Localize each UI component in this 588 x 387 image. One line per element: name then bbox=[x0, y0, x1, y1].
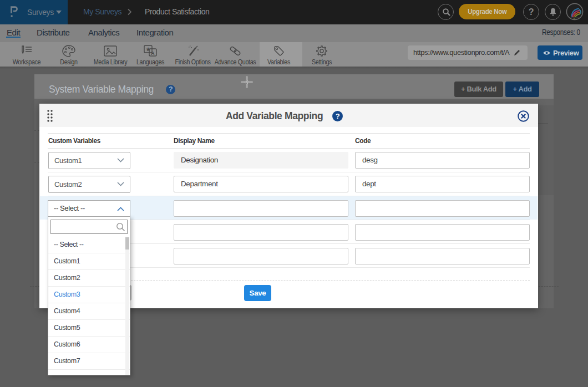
svg-text:A: A bbox=[151, 50, 155, 56]
svg-text:★: ★ bbox=[146, 47, 151, 52]
svg-text:?: ? bbox=[336, 112, 340, 120]
